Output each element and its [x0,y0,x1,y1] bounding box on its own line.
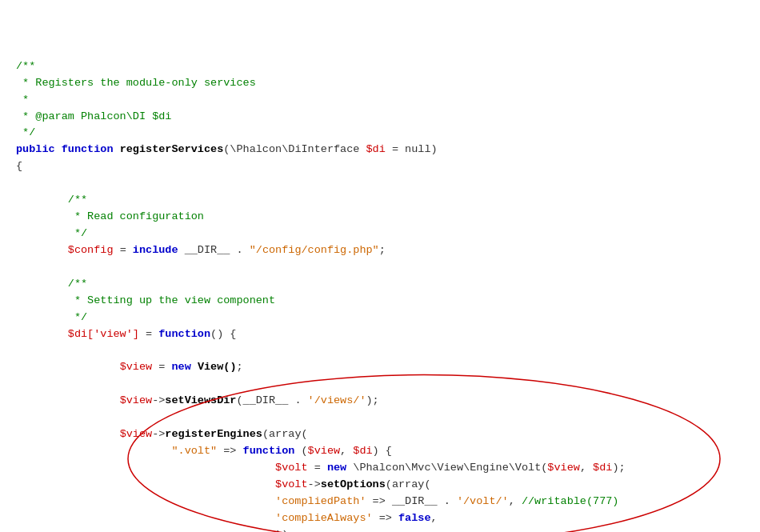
comment-read-config: /** [68,194,87,206]
comment-line: * [16,94,29,106]
param-di: $di [353,445,372,457]
var-view: $view [120,361,153,373]
str-volt-ext: ".volt" [171,445,217,457]
keyword-function-2: function [158,328,210,340]
keyword-function: function [62,143,114,155]
param-view: $view [308,445,341,457]
keyword-function-3: function [243,445,295,457]
comment-read-config-3: */ [16,227,87,239]
var-view-setdir: $view [120,394,153,406]
function-name-registerServices: registerServices [120,143,224,155]
comment-read-config-2: * Read configuration [16,210,204,222]
var-config: $config [68,244,114,256]
comment-line: /** [16,60,35,72]
comment-view-2: * Setting up the view component [16,294,275,306]
keyword-false: false [398,512,431,524]
str-config-path: "/config/config.php" [250,244,379,256]
str-compiledAlways: 'complieAlways' [275,512,373,524]
keyword-public: public [16,143,55,155]
var-di-view: $di['view'] [68,328,139,340]
keyword-new-2: new [327,462,346,474]
volt-param-di: $di [593,462,612,474]
method-registerEngines: registerEngines [165,428,262,440]
var-view-engines: $view [120,428,153,440]
str-compiledPath: 'compliedPath' [275,495,366,507]
keyword-new-1: new [171,361,190,373]
comment-line: * @param Phalcon\DI $di [16,110,171,122]
volt-param-view: $view [547,462,580,474]
comment-line: * Registers the module-only services [16,77,256,89]
keyword-include: include [133,244,178,256]
var-volt-opts: $volt [275,478,308,490]
comment-writable: //writable(777) [522,495,619,507]
class-view: View() [198,361,237,373]
var-volt: $volt [275,462,308,474]
method-setViewsDir: setViewsDir [165,394,236,406]
comment-view-3: */ [16,311,87,323]
comment-line: */ [16,126,35,138]
code-editor: /** * Registers the module-only services… [16,8,744,532]
comment-view-1: /** [68,278,87,290]
str-views-path: '/views/' [308,394,366,406]
str-volt-path: '/volt/' [457,495,509,507]
method-setOptions: setOptions [321,478,386,490]
